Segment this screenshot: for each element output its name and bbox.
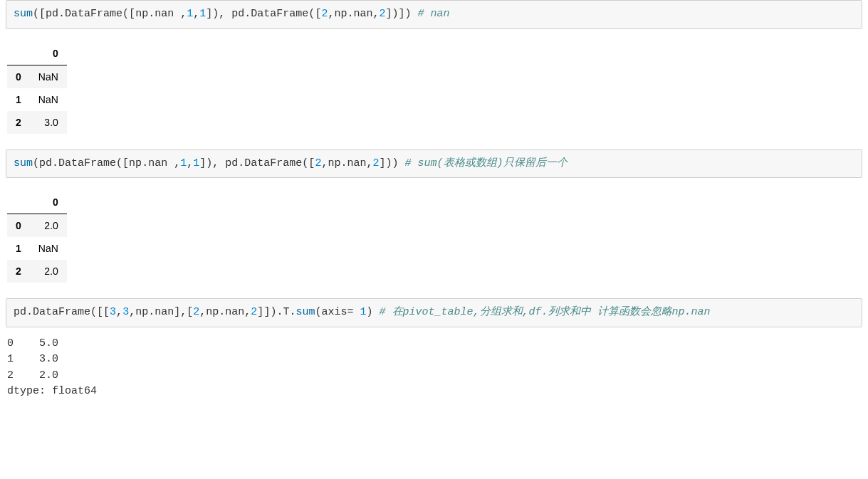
code-token: 2 — [193, 306, 199, 318]
code-token: , — [180, 306, 187, 318]
code-token: . — [142, 157, 148, 169]
code-token: pd — [39, 157, 52, 169]
code-token: , — [193, 8, 199, 20]
code-token — [225, 8, 231, 20]
code-token: nan — [155, 306, 174, 318]
code-token: , — [129, 306, 135, 318]
table-cell: 2.0 — [30, 260, 67, 283]
code-token: ] — [379, 157, 385, 169]
code-token: , — [187, 157, 193, 169]
code-cell-3: pd.DataFrame([[3,3,np.nan],[2,np.nan,2]]… — [6, 298, 862, 327]
table-row: 2 2.0 — [7, 260, 67, 283]
code-token: ] — [174, 306, 180, 318]
code-token: pd — [225, 157, 238, 169]
table-cell: NaN — [30, 88, 67, 111]
code-token: DataFrame — [244, 157, 302, 169]
code-token: 1 — [193, 157, 199, 169]
table-cell: NaN — [30, 237, 67, 260]
code-token: , — [180, 8, 187, 20]
code-token: np — [129, 157, 142, 169]
code-token: ] — [206, 8, 212, 20]
table-row: 0 NaN — [7, 65, 67, 88]
code-token: = — [347, 306, 354, 318]
code-token: np — [135, 306, 148, 318]
code-token — [373, 306, 380, 318]
code-token: nan — [353, 8, 372, 20]
code-token: nan — [148, 157, 167, 169]
code-cell-2: sum(pd.DataFrame([np.nan ,1,1]), pd.Data… — [6, 149, 862, 179]
code-token: ( — [90, 306, 97, 318]
code-cell-1: sum([pd.DataFrame([np.nan ,1,1]), pd.Dat… — [6, 0, 862, 29]
code-token: ( — [302, 157, 308, 169]
table-row-index: 0 — [7, 214, 30, 238]
table-row-index: 0 — [7, 65, 30, 88]
text-output: 0 5.0 1 3.0 2 2.0 dtype: float64 — [7, 336, 868, 400]
code-token: np — [328, 157, 340, 169]
code-token — [354, 306, 360, 318]
table-corner — [7, 191, 30, 214]
code-token: DataFrame — [65, 8, 122, 20]
code-token: nan — [155, 8, 174, 20]
code-token: , — [174, 157, 180, 169]
table-cell: 3.0 — [30, 111, 67, 134]
code-comment: # nan — [418, 8, 450, 20]
code-token — [174, 8, 180, 20]
table-col-header: 0 — [30, 191, 67, 214]
code-token: ) — [405, 8, 412, 20]
output-table-2: 0 0 2.0 1 NaN 2 2.0 — [7, 191, 67, 283]
code-token: np — [206, 306, 219, 318]
code-token — [412, 8, 418, 20]
code-token: ) — [386, 157, 392, 169]
table-cell: NaN — [30, 65, 67, 88]
output-line: dtype: float64 — [7, 385, 97, 397]
code-token: [ — [187, 306, 193, 318]
table-row: 1 NaN — [7, 88, 67, 111]
code-token: DataFrame — [251, 8, 308, 20]
code-token: . — [244, 8, 251, 20]
code-token: ] — [199, 157, 206, 169]
code-token: 1 — [199, 8, 206, 20]
code-token — [399, 157, 405, 169]
table-corner — [7, 42, 30, 65]
code-token: 2 — [379, 8, 385, 20]
code-token — [167, 157, 174, 169]
table-row: 0 2.0 — [7, 214, 67, 238]
output-line: 1 3.0 — [7, 353, 58, 365]
code-token: nan — [225, 306, 244, 318]
code-token: 3 — [110, 306, 116, 318]
code-token: DataFrame — [58, 157, 116, 169]
code-token: ( — [116, 157, 122, 169]
code-comment: # 在pivot_table,分组求和,df.列求和中 计算函数会忽略np.na… — [380, 306, 711, 318]
code-token: . — [58, 8, 65, 20]
code-token — [219, 157, 225, 169]
table-col-header: 0 — [30, 42, 67, 65]
code-token: sum — [14, 8, 33, 20]
table-row-index: 1 — [7, 237, 30, 260]
code-token: 1 — [360, 306, 367, 318]
code-token: pd — [46, 8, 58, 20]
code-token: ) — [206, 157, 212, 169]
table-cell: 2.0 — [30, 214, 67, 238]
code-token: [ — [39, 8, 46, 20]
code-token: . — [148, 306, 155, 318]
code-token: DataFrame — [33, 306, 90, 318]
code-token: . — [219, 306, 225, 318]
code-token: nan — [347, 157, 366, 169]
code-comment: # sum(表格或数组)只保留后一个 — [405, 157, 568, 169]
output-line: 2 2.0 — [7, 369, 58, 381]
code-token: 1 — [187, 8, 193, 20]
table-row: 1 NaN — [7, 237, 67, 260]
code-token: pd — [231, 8, 244, 20]
code-token: np — [334, 8, 347, 20]
code-token: [ — [122, 157, 129, 169]
code-token: , — [199, 306, 206, 318]
table-row: 2 3.0 — [7, 111, 67, 134]
table-row-index: 1 — [7, 88, 30, 111]
code-token: ( — [33, 8, 39, 20]
code-token: ) — [367, 306, 373, 318]
code-token: ( — [122, 8, 129, 20]
code-token: , — [219, 8, 225, 20]
output-line: 0 5.0 — [7, 337, 58, 349]
code-token: ] — [399, 8, 405, 20]
output-table-1: 0 0 NaN 1 NaN 2 3.0 — [7, 42, 67, 134]
